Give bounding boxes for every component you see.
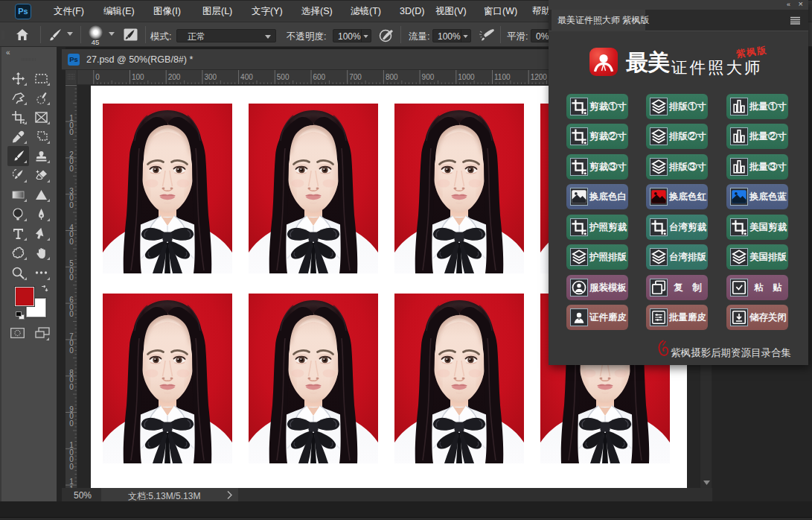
- svg-text:0: 0: [69, 238, 74, 246]
- svg-text:0: 0: [69, 463, 74, 471]
- svg-text:500: 500: [277, 73, 290, 81]
- svg-text:900: 900: [422, 73, 435, 81]
- svg-text:0: 0: [95, 73, 100, 81]
- svg-text:0: 0: [69, 201, 74, 209]
- svg-text:0: 0: [69, 346, 74, 355]
- svg-text:800: 800: [386, 73, 398, 81]
- svg-text:0: 0: [69, 128, 74, 136]
- svg-text:100: 100: [132, 73, 144, 81]
- svg-text:1000: 1000: [458, 73, 475, 81]
- svg-text:300: 300: [204, 73, 217, 81]
- svg-text:1100: 1100: [494, 73, 511, 81]
- svg-text:0: 0: [69, 273, 74, 282]
- svg-text:200: 200: [168, 73, 181, 81]
- svg-text:0: 0: [69, 419, 74, 428]
- svg-text:0: 0: [69, 383, 74, 391]
- svg-text:700: 700: [349, 73, 362, 81]
- svg-text:400: 400: [240, 73, 253, 81]
- svg-text:0: 0: [69, 165, 74, 173]
- svg-text:600: 600: [313, 73, 326, 81]
- svg-text:0: 0: [69, 310, 74, 318]
- svg-text:1200: 1200: [531, 73, 548, 81]
